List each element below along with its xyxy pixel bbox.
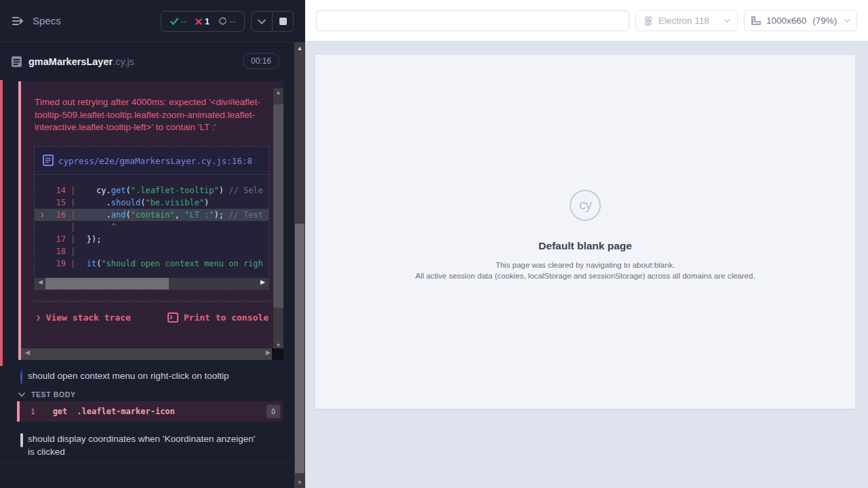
electron-icon <box>643 16 654 26</box>
scroll-right-icon[interactable]: ▶ <box>260 279 265 285</box>
test-pending-icon <box>20 434 23 461</box>
code-line: 15| .should("be.visible") <box>35 197 269 209</box>
divider <box>0 462 294 462</box>
blank-page-line1: This page was cleared by navigating to a… <box>315 260 855 270</box>
code-line: 17| }); <box>35 233 269 245</box>
scrollbar-thumb[interactable] <box>295 224 304 473</box>
test-row-coordinates[interactable]: should display coordinates when 'Koordin… <box>0 432 294 461</box>
code-line: | ^ <box>35 221 269 233</box>
code-line: ❯16| .and("contain", "LT :"); // Test <box>35 209 269 221</box>
test-body-label: TEST BODY <box>31 390 76 399</box>
reporter-vertical-scrollbar[interactable]: ▲ ▼ <box>294 42 305 488</box>
scroll-up-icon[interactable]: ▲ <box>294 45 305 52</box>
code-line: 14| cy.get(".leaflet-tooltip") // Sele <box>35 184 269 197</box>
run-controls <box>251 11 294 32</box>
test-body-header[interactable]: TEST BODY <box>0 388 294 401</box>
spec-file-row[interactable]: gmaMarkersLayer.cy.js 00:16 <box>0 43 294 80</box>
error-file-link[interactable]: cypress/e2e/gmaMarkersLayer.cy.js:16:8 <box>35 147 269 175</box>
stat-failed: 1 <box>195 17 210 26</box>
scroll-down-icon[interactable]: ▼ <box>294 479 305 486</box>
chevron-down-icon <box>258 19 266 24</box>
error-vertical-scrollbar[interactable]: ▲ ▼ <box>273 88 283 350</box>
scroll-down-icon[interactable]: ▼ <box>273 342 283 348</box>
specs-title: Specs <box>33 15 61 26</box>
file-icon <box>43 155 54 168</box>
code-line: 19| it("should open context menu on righ <box>35 258 269 270</box>
reporter-header: Specs -- 1 -- <box>0 0 294 42</box>
scroll-left-icon[interactable]: ◀ <box>25 349 30 356</box>
cypress-runner-app: Specs -- 1 -- <box>0 0 868 488</box>
command-message: .leaflet-marker-icon <box>77 407 175 416</box>
viewport-selector[interactable]: 1000x660 (79%) <box>744 10 857 31</box>
spec-name: gmaMarkersLayer.cy.js <box>28 56 134 67</box>
error-actions: ❯ View stack trace Print to console <box>34 301 271 323</box>
x-icon <box>195 18 202 25</box>
runner-header: Electron 118 1000x660 (79%) <box>305 0 868 41</box>
restart-icon <box>218 17 227 26</box>
blank-page-line2: All active session data (cookies, localS… <box>315 270 855 281</box>
stop-button[interactable] <box>272 12 293 31</box>
url-input[interactable] <box>316 10 629 31</box>
code-horizontal-scrollbar[interactable]: ◀ ▶ <box>35 278 269 289</box>
chevron-down-icon <box>724 19 730 23</box>
command-row[interactable]: 1 get .leaflet-marker-icon 0 <box>17 401 283 422</box>
command-name: get <box>53 407 68 416</box>
spec-duration-badge: 00:16 <box>243 53 279 69</box>
print-to-console-button[interactable]: Print to console <box>167 312 269 323</box>
stop-icon <box>279 18 287 25</box>
ruler-icon <box>751 16 762 26</box>
collapse-button[interactable] <box>252 12 272 31</box>
error-message: Timed out retrying after 4000ms: expecte… <box>21 81 283 146</box>
console-icon <box>167 312 178 323</box>
browser-label: Electron 118 <box>658 16 709 26</box>
error-panel: Timed out retrying after 4000ms: expecte… <box>18 81 283 360</box>
aut-iframe-area: cy Default blank page This page was clea… <box>315 55 855 409</box>
code-frame: cypress/e2e/gmaMarkersLayer.cy.js:16:8 1… <box>34 146 269 290</box>
scroll-left-icon[interactable]: ◀ <box>38 279 43 285</box>
chevron-down-icon <box>844 19 850 23</box>
scrollbar-thumb[interactable] <box>273 104 283 308</box>
command-number: 1 <box>31 407 35 416</box>
error-horizontal-scrollbar[interactable]: ◀ ▶ <box>21 348 275 360</box>
chevron-down-icon <box>18 392 25 397</box>
cypress-logo: cy <box>570 190 601 221</box>
test-row-context-menu[interactable]: should open context menu on right-click … <box>0 369 294 384</box>
blank-page-message: cy Default blank page This page was clea… <box>315 190 855 281</box>
code-lines: 14| cy.get(".leaflet-tooltip") // Sele15… <box>35 175 269 272</box>
scroll-up-icon[interactable]: ▲ <box>273 89 283 96</box>
scrollbar-corner <box>272 348 283 360</box>
code-line: 18| <box>35 245 269 258</box>
runner-panel: Electron 118 1000x660 (79%) <box>305 0 868 488</box>
scrollbar-thumb[interactable] <box>45 278 169 289</box>
view-stack-trace-button[interactable]: ❯ View stack trace <box>36 312 131 323</box>
command-count-badge: 0 <box>267 405 280 418</box>
specs-menu-icon[interactable] <box>9 12 27 30</box>
reporter-panel: Specs -- 1 -- <box>0 0 305 488</box>
check-icon <box>170 18 178 25</box>
scroll-right-icon[interactable]: ▶ <box>266 349 271 356</box>
blank-page-title: Default blank page <box>315 240 855 252</box>
viewport-scale-label: (79%) <box>812 16 837 26</box>
viewport-size-label: 1000x660 <box>766 16 806 26</box>
test-stats: -- 1 -- <box>161 11 245 32</box>
browser-selector[interactable]: Electron 118 <box>635 10 738 31</box>
test-title: should open context menu on right-click … <box>28 369 256 384</box>
test-running-icon <box>20 371 23 384</box>
stat-pending: -- <box>218 17 235 26</box>
test-title: should display coordinates when 'Koordin… <box>28 432 256 461</box>
spec-file-icon <box>11 56 22 68</box>
failed-test-stripe <box>0 80 3 366</box>
stat-passed: -- <box>170 17 186 26</box>
chevron-right-icon: ❯ <box>36 313 41 322</box>
